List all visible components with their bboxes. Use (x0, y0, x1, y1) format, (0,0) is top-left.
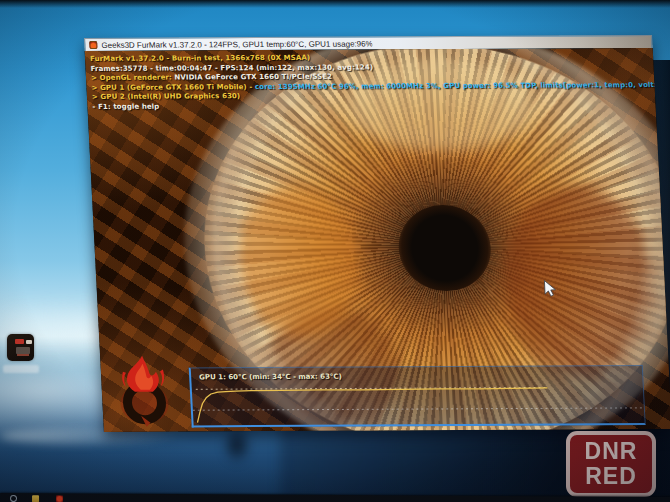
mouse-cursor (543, 280, 557, 298)
shortcut-label (3, 365, 39, 373)
folder-icon[interactable] (32, 495, 39, 502)
osd-stats: FurMark v1.37.2.0 - Burn-in test, 1366x7… (90, 52, 670, 113)
gpu-temp-label: GPU 1: 60°C (min: 34°C - max: 63°C) (199, 373, 342, 382)
mid-gridline (193, 408, 644, 410)
furmark-icon[interactable] (56, 495, 63, 502)
gpu-temp-graph: GPU 1: 60°C (min: 34°C - max: 63°C) (189, 365, 646, 427)
photo-shadow-blob (222, 426, 252, 464)
app-shortcut-icon (7, 334, 34, 361)
furmark-window: Geeks3D FurMark v1.37.2.0 - 124FPS, GPU1… (84, 35, 670, 432)
temp-curve (196, 388, 549, 423)
render-viewport: FurMark v1.37.2.0 - Burn-in test, 1366x7… (85, 48, 670, 432)
search-icon[interactable] (10, 495, 17, 502)
monitor-photo: Geeks3D FurMark v1.37.2.0 - 124FPS, GPU1… (0, 0, 670, 502)
desktop-shortcut[interactable] (3, 334, 39, 378)
dnr-red-watermark: DNR RED (566, 431, 656, 497)
furmark-app-icon (89, 41, 97, 49)
furmark-flame-logo (108, 354, 180, 430)
